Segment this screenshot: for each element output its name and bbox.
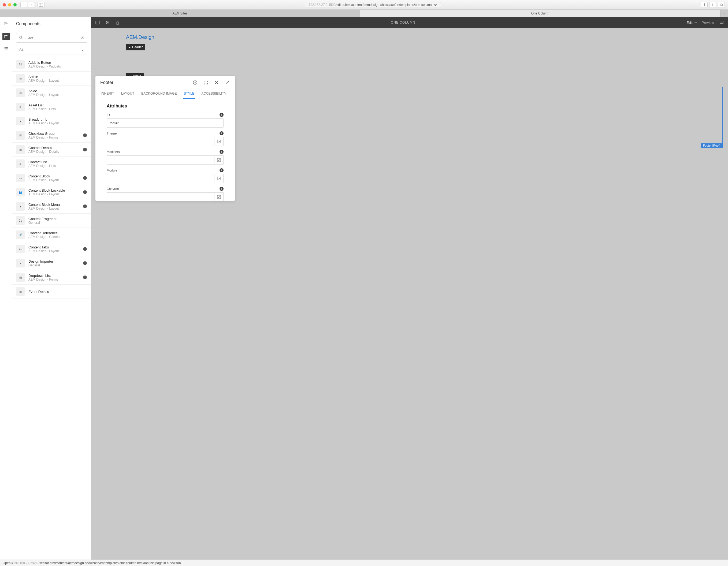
component-item[interactable]: ▭ Content Block AEM.Design - Layout i (12, 171, 91, 185)
field-info-icon[interactable]: i (220, 168, 224, 172)
submit-dialog-button[interactable] (225, 80, 230, 85)
field-info-icon[interactable]: i (220, 131, 224, 135)
close-window-icon[interactable] (3, 3, 6, 6)
component-item[interactable]: ▭ Article AEM.Design - Layout (12, 72, 91, 86)
component-group-dropdown[interactable]: All ⌄ (16, 45, 87, 54)
field-input[interactable] (107, 192, 214, 201)
info-icon[interactable]: i (83, 147, 87, 152)
toggle-panel-button[interactable] (95, 20, 100, 25)
field-input[interactable] (107, 118, 224, 128)
component-item[interactable]: ▾ Content Block Menu AEM.Design - Layout… (12, 199, 91, 214)
field-picker-button[interactable] (214, 155, 224, 165)
close-dialog-button[interactable] (214, 80, 219, 85)
dialog-tab-inherit[interactable]: INHERIT (100, 89, 115, 99)
downloads-button[interactable]: ⬇ (701, 2, 708, 8)
component-subtitle: AEM.Design - Layout (28, 192, 79, 196)
fullscreen-button[interactable] (203, 80, 209, 85)
preview-button[interactable]: Preview (702, 21, 714, 25)
component-item[interactable]: 👥 Content Block Lockable AEM.Design - La… (12, 185, 91, 199)
component-text: Addthis Button AEM.Design - Widgets (28, 61, 87, 68)
info-icon[interactable]: i (83, 190, 87, 194)
component-item[interactable]: Co Content Fragment General (12, 214, 91, 228)
new-tab-button[interactable]: + (720, 10, 728, 17)
field-picker-button[interactable] (214, 192, 224, 201)
info-icon[interactable]: i (83, 176, 87, 180)
field-info-icon[interactable]: i (220, 187, 224, 191)
component-item[interactable]: ◫ Contact Details AEM.Design - Details i (12, 143, 91, 157)
component-item[interactable]: ≡ Asset List AEM.Design - Lists (12, 100, 91, 114)
browser-tab-one-column[interactable]: One Column (360, 10, 720, 17)
app: Components ✕ All ⌄ Ad Addthis Button AEM… (0, 17, 728, 560)
checklist-icon (217, 195, 221, 199)
component-item[interactable]: 🗂 Content Tabs AEM.Design - Layout i (12, 242, 91, 256)
field-input[interactable] (107, 155, 214, 165)
browser-tab-aem-sites[interactable]: AEM Sites (0, 10, 360, 17)
rail-assets-button[interactable] (2, 20, 10, 28)
tab-label: AEM Sites (172, 12, 187, 15)
field-label-row: Chevron i (107, 187, 224, 191)
annotate-button[interactable] (719, 20, 724, 25)
component-item[interactable]: 🔗 Content Reference AEM.Design - Content (12, 228, 91, 242)
component-item[interactable]: ☁ Design Importer General i (12, 256, 91, 270)
component-dialog: Footer ? INHERITLAYOUTBACKGROUND IMAGEST… (95, 76, 235, 201)
info-icon[interactable]: i (83, 204, 87, 208)
field-info-icon[interactable]: i (220, 150, 224, 154)
info-icon[interactable]: i (83, 261, 87, 265)
clear-filter-icon[interactable]: ✕ (81, 35, 84, 40)
rail-components-button[interactable] (2, 33, 10, 40)
component-item[interactable]: ▭ Aside AEM.Design - Layout (12, 86, 91, 100)
share-button[interactable]: ⇪ (709, 2, 716, 8)
tabs-button[interactable]: ⧉ (718, 2, 725, 8)
filter-box[interactable]: ✕ (16, 33, 87, 43)
rail-tree-button[interactable] (2, 45, 10, 53)
help-button[interactable]: ? (192, 80, 198, 85)
add-panel-icon (4, 34, 8, 39)
editor-toolbar: ONE COLUMN Edit Preview (91, 17, 728, 28)
emulator-button[interactable] (114, 20, 120, 25)
status-path: /editor.html/content/aemdesign-showcase/… (40, 561, 145, 565)
zoom-window-icon[interactable] (13, 3, 17, 6)
field-input[interactable] (107, 137, 214, 146)
field-picker-button[interactable] (214, 174, 224, 183)
dialog-tab-layout[interactable]: LAYOUT (121, 89, 135, 99)
sidebar-toggle-button[interactable] (38, 2, 44, 8)
dialog-tab-style[interactable]: STYLE (183, 89, 195, 99)
dialog-actions: ? (192, 80, 230, 85)
page-info-button[interactable] (105, 20, 110, 25)
dialog-header: Footer ? (95, 76, 235, 87)
field-picker-button[interactable] (214, 137, 224, 146)
component-item[interactable]: ▤ Dropdown List AEM.Design - Forms i (12, 270, 91, 285)
assets-icon (4, 22, 8, 26)
field-input[interactable] (107, 174, 214, 183)
canvas[interactable]: AEM.Design ▶Header Footer [Root] ▶Articl… (91, 28, 728, 560)
field-info-icon[interactable]: i (220, 113, 224, 117)
component-icon: ▭ (16, 174, 25, 182)
info-icon[interactable]: i (83, 247, 87, 251)
field-label-row: ID i (107, 113, 224, 117)
info-icon[interactable]: i (83, 133, 87, 137)
component-text: Content Block AEM.Design - Layout (28, 174, 79, 182)
component-icon: ▤ (16, 273, 25, 282)
forward-button[interactable]: › (28, 2, 35, 8)
fullscreen-icon (204, 80, 208, 85)
dialog-tab-accessibility[interactable]: ACCESSIBILITY (201, 89, 227, 99)
address-bar[interactable]: 192.168.27.2:4502/editor.html/content/ae… (305, 2, 441, 8)
svg-text:i: i (85, 148, 86, 151)
header-placeholder[interactable]: ▶Header (126, 44, 145, 50)
component-item[interactable]: Ad Addthis Button AEM.Design - Widgets (12, 57, 91, 72)
reload-icon[interactable]: ⟳ (434, 3, 437, 7)
help-icon: ? (193, 80, 197, 85)
play-icon: ▶ (129, 46, 131, 49)
dialog-tab-background-image[interactable]: BACKGROUND IMAGE (141, 89, 177, 99)
component-item[interactable]: ▾ Breadcrumb AEM.Design - Layout (12, 114, 91, 128)
mode-dropdown[interactable]: Edit (686, 21, 697, 25)
component-item[interactable]: ☑ Checkbox Group AEM.Design - Forms i (12, 128, 91, 143)
svg-rect-28 (96, 21, 99, 24)
component-list[interactable]: Ad Addthis Button AEM.Design - Widgets ▭… (12, 57, 91, 560)
component-item[interactable]: ◫ Event Details (12, 285, 91, 299)
info-icon[interactable]: i (83, 275, 87, 280)
filter-input[interactable] (25, 36, 79, 40)
component-item[interactable]: ≡ Contact List AEM.Design - Lists (12, 157, 91, 171)
minimize-window-icon[interactable] (8, 3, 11, 6)
back-button[interactable]: ‹ (20, 2, 27, 8)
